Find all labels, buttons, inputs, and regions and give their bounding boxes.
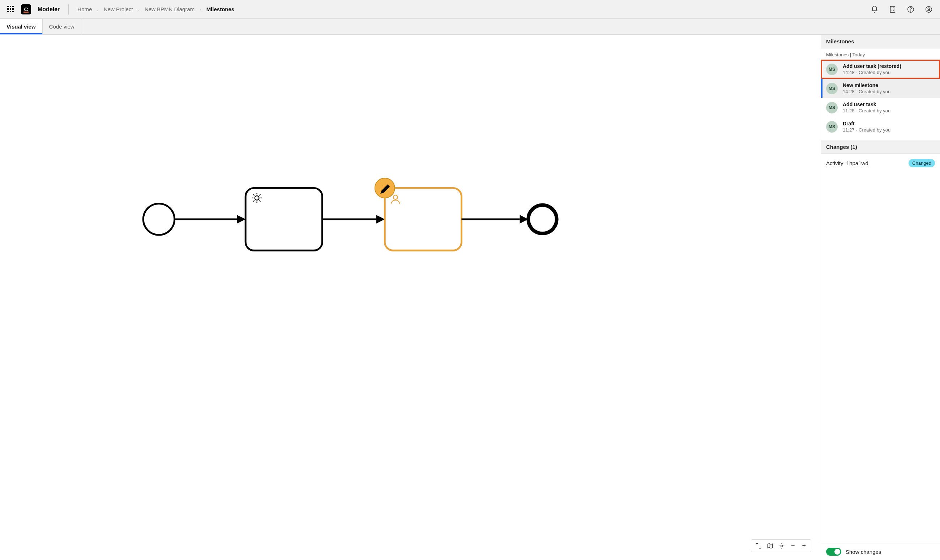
milestone-row[interactable]: MS Add user task (restored) 14:48 - Crea… bbox=[821, 60, 940, 79]
milestone-title: New milestone bbox=[843, 82, 891, 88]
crumb-project[interactable]: New Project bbox=[104, 6, 133, 12]
zoom-in-button[interactable]: + bbox=[800, 542, 807, 549]
logo-letter: C bbox=[24, 6, 28, 12]
change-row[interactable]: Activity_1hpa1wd Changed bbox=[821, 154, 940, 172]
chevron-right-icon: › bbox=[138, 6, 140, 12]
app-name: Modeler bbox=[38, 6, 60, 13]
milestone-meta: 14:28 - Created by you bbox=[843, 89, 891, 94]
svg-rect-0 bbox=[891, 6, 895, 12]
fullscreen-icon[interactable] bbox=[755, 542, 762, 549]
bpmn-service-task[interactable] bbox=[245, 188, 322, 250]
app-grid-icon[interactable] bbox=[7, 6, 14, 13]
svg-point-2 bbox=[910, 11, 911, 11]
sidebar-footer: ✓ Show changes bbox=[821, 543, 940, 560]
milestone-title: Add user task bbox=[843, 102, 891, 107]
milestone-title: Add user task (restored) bbox=[843, 63, 901, 69]
topbar-actions bbox=[871, 5, 933, 13]
show-changes-toggle[interactable]: ✓ bbox=[826, 548, 841, 556]
bpmn-end-event[interactable] bbox=[528, 205, 557, 234]
changes-header: Changes (1) bbox=[821, 140, 940, 154]
bell-icon[interactable] bbox=[871, 5, 878, 13]
avatar: MS bbox=[826, 102, 838, 114]
milestone-meta: 11:27 - Created by you bbox=[843, 127, 891, 132]
canvas[interactable]: − + bbox=[0, 35, 821, 560]
milestone-row[interactable]: MS New milestone 14:28 - Created by you bbox=[821, 79, 940, 98]
crumb-home[interactable]: Home bbox=[77, 6, 92, 12]
change-badge: Changed bbox=[909, 159, 935, 167]
change-id: Activity_1hpa1wd bbox=[826, 160, 868, 166]
avatar: MS bbox=[826, 83, 838, 94]
milestone-title: Draft bbox=[843, 121, 891, 126]
topbar: C Modeler Home › New Project › New BPMN … bbox=[0, 0, 940, 19]
svg-point-10 bbox=[781, 545, 782, 547]
milestone-row[interactable]: MS Add user task 11:28 - Created by you bbox=[821, 98, 940, 117]
building-icon[interactable] bbox=[889, 5, 897, 13]
milestone-list: MS Add user task (restored) 14:48 - Crea… bbox=[821, 60, 940, 136]
crumb-current: Milestones bbox=[206, 6, 235, 12]
user-icon[interactable] bbox=[925, 5, 933, 13]
sidebar-header: Milestones bbox=[821, 35, 940, 48]
crumb-diagram[interactable]: New BPMN Diagram bbox=[145, 6, 194, 12]
avatar: MS bbox=[826, 64, 838, 75]
recenter-icon[interactable] bbox=[778, 542, 785, 549]
avatar: MS bbox=[826, 121, 838, 132]
show-changes-label: Show changes bbox=[846, 549, 881, 555]
sidebar: Milestones Milestones | Today MS Add use… bbox=[821, 35, 940, 560]
svg-marker-7 bbox=[376, 215, 385, 224]
help-icon[interactable] bbox=[907, 5, 915, 13]
zoom-out-button[interactable]: − bbox=[790, 542, 797, 549]
tab-strip: Visual view Code view bbox=[0, 19, 940, 35]
minimap-icon[interactable] bbox=[766, 542, 774, 549]
sidebar-subheader: Milestones | Today bbox=[821, 48, 940, 60]
app-logo[interactable]: C bbox=[21, 4, 31, 14]
milestone-meta: 14:48 - Created by you bbox=[843, 70, 901, 75]
workspace: − + Milestones Milestones | Today MS Add… bbox=[0, 35, 940, 560]
chevron-right-icon: › bbox=[97, 6, 98, 12]
canvas-controls: − + bbox=[751, 539, 811, 552]
milestone-row[interactable]: MS Draft 11:27 - Created by you bbox=[821, 117, 940, 136]
milestone-meta: 11:28 - Created by you bbox=[843, 108, 891, 114]
bpmn-user-task-changed[interactable] bbox=[385, 188, 461, 250]
tab-code[interactable]: Code view bbox=[43, 19, 81, 34]
breadcrumb: Home › New Project › New BPMN Diagram › … bbox=[77, 6, 234, 12]
chevron-right-icon: › bbox=[200, 6, 201, 12]
tab-visual[interactable]: Visual view bbox=[0, 19, 43, 34]
svg-marker-5 bbox=[237, 215, 246, 224]
bpmn-diagram bbox=[0, 35, 821, 560]
svg-point-4 bbox=[928, 8, 930, 10]
divider bbox=[68, 4, 69, 15]
bpmn-start-event[interactable] bbox=[143, 204, 174, 235]
svg-point-3 bbox=[926, 6, 932, 12]
